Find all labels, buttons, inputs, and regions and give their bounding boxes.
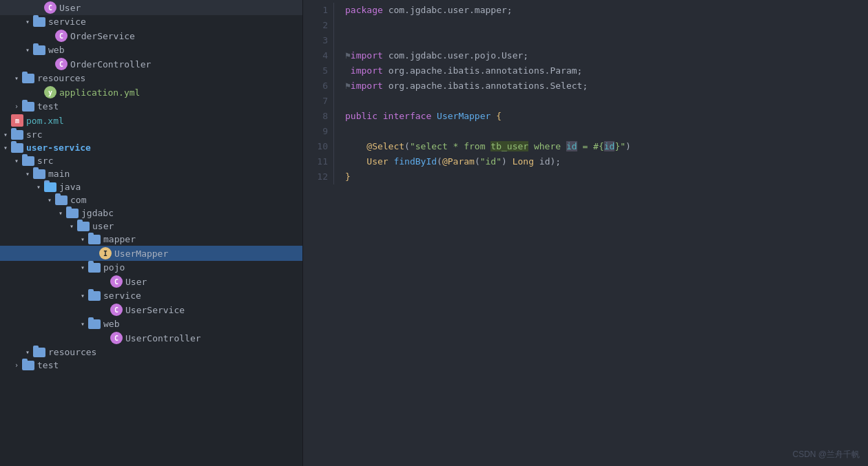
tree-item-main[interactable]: main: [0, 167, 302, 180]
tree-item-usercontroller[interactable]: C UserController: [0, 330, 302, 346]
tree-item-user-bottom[interactable]: C User: [0, 274, 302, 289]
item-label: UserController: [125, 333, 201, 343]
arrow-icon: [55, 209, 66, 217]
folder-icon: [33, 348, 45, 357]
tree-item-resources-top[interactable]: resources: [0, 72, 302, 85]
tree-item-usermapper[interactable]: I UserMapper: [0, 246, 302, 261]
folder-icon: [55, 195, 68, 205]
item-label: service: [48, 17, 86, 27]
class-icon: C: [110, 332, 123, 344]
item-label: user: [92, 221, 114, 231]
code-content: package com.jgdabc.user.mapper; ⚑import …: [334, 3, 868, 184]
arrow-icon: [33, 183, 44, 191]
tree-item-test-top[interactable]: test: [0, 100, 302, 113]
item-label: web: [48, 45, 64, 55]
tree-item-ordercontroller[interactable]: C OrderController: [0, 56, 302, 72]
code-line-10: @Select("select * from tb_user where id …: [345, 139, 857, 154]
arrow-icon: [77, 235, 88, 243]
code-editor: 1 2 3 4 5 6 7 8 9 10 11 12 package com.j…: [303, 0, 868, 466]
item-label: pojo: [103, 262, 125, 273]
item-label: user-service: [26, 142, 91, 153]
tree-item-resources-bottom[interactable]: resources: [0, 346, 302, 359]
folder-icon: [77, 222, 90, 231]
code-line-6: ⚑import org.apache.ibatis.annotations.Se…: [345, 78, 857, 94]
folder-icon: [11, 130, 23, 140]
interface-icon: I: [99, 247, 112, 260]
tree-item-com[interactable]: com: [0, 193, 302, 206]
tree-item-jgdabc[interactable]: jgdabc: [0, 206, 302, 220]
code-line-12: }: [345, 169, 857, 184]
tree-item-pom-xml[interactable]: m pom.xml: [0, 113, 302, 128]
code-line-8: public interface UserMapper {: [345, 109, 857, 124]
code-line-9: [345, 124, 857, 139]
pom-icon: m: [11, 114, 23, 127]
item-label: User: [59, 3, 81, 13]
tree-item-userservice[interactable]: C UserService: [0, 302, 302, 317]
code-line-2: [345, 18, 857, 33]
arrow-icon: [11, 157, 22, 165]
tree-item-user-folder[interactable]: user: [0, 220, 302, 233]
item-label: OrderController: [70, 59, 151, 70]
tree-item-web-top[interactable]: web: [0, 43, 302, 56]
folder-icon: [44, 182, 56, 192]
item-label: UserService: [125, 305, 185, 315]
tree-item-mapper[interactable]: mapper: [0, 233, 302, 246]
tree-item-src2[interactable]: src: [0, 154, 302, 167]
tree-item-pojo[interactable]: pojo: [0, 261, 302, 274]
item-label: src: [26, 129, 42, 140]
tree-item-java[interactable]: java: [0, 180, 302, 193]
tree-item-user-top[interactable]: C User: [0, 0, 302, 15]
folder-icon: [88, 291, 101, 301]
folder-icon: [88, 235, 101, 244]
item-label: service: [103, 290, 141, 301]
file-tree[interactable]: C User service C OrderService web C Orde…: [0, 0, 303, 466]
folder-icon: [33, 45, 45, 55]
item-label: resources: [48, 347, 96, 357]
item-label: application.yml: [59, 87, 140, 98]
line-numbers: 1 2 3 4 5 6 7 8 9 10 11 12: [303, 3, 334, 184]
tree-item-service-top[interactable]: service: [0, 15, 302, 28]
arrow-icon: [11, 74, 22, 82]
tree-item-web-bottom[interactable]: web: [0, 317, 302, 330]
tree-item-orderservice[interactable]: C OrderService: [0, 28, 302, 43]
tree-item-user-service[interactable]: user-service: [0, 141, 302, 154]
item-label: OrderService: [70, 31, 135, 41]
arrow-icon: [11, 103, 22, 110]
folder-icon: [33, 17, 45, 27]
code-line-3: [345, 33, 857, 48]
item-label: pom.xml: [26, 116, 64, 126]
tree-item-application-yml[interactable]: y application.yml: [0, 85, 302, 100]
arrow-icon: [77, 292, 88, 299]
arrow-icon: [11, 361, 22, 369]
tree-item-test-bottom[interactable]: test: [0, 359, 302, 372]
arrow-icon: [22, 18, 33, 25]
arrow-icon: [0, 131, 11, 138]
folder-icon: [11, 143, 23, 153]
item-label: test: [37, 101, 59, 112]
code-line-11: User findById(@Param("id") Long id);: [345, 154, 857, 169]
folder-icon: [66, 209, 79, 218]
tree-item-service-bottom[interactable]: service: [0, 289, 302, 302]
arrow-icon: [22, 348, 33, 356]
folder-icon: [88, 263, 101, 273]
item-label: jgdabc: [81, 208, 114, 218]
folder-icon: [33, 169, 45, 179]
item-label: mapper: [103, 234, 136, 244]
code-line-1: package com.jgdabc.user.mapper;: [345, 3, 857, 18]
folder-icon: [22, 74, 34, 83]
class-icon: C: [55, 58, 68, 70]
item-label: com: [70, 195, 86, 205]
arrow-icon: [77, 320, 88, 328]
arrow-icon: [77, 264, 88, 271]
arrow-icon: [22, 46, 33, 54]
arrow-icon: [44, 196, 55, 204]
tree-item-src[interactable]: src: [0, 128, 302, 141]
arrow-icon: [22, 170, 33, 178]
code-line-4: ⚑import com.jgdabc.user.pojo.User;: [345, 48, 857, 63]
folder-icon: [22, 361, 34, 370]
arrow-icon: [66, 222, 77, 230]
item-label: test: [37, 360, 59, 370]
folder-icon: [88, 319, 101, 329]
item-label: src: [37, 156, 53, 166]
item-label: web: [103, 319, 119, 329]
